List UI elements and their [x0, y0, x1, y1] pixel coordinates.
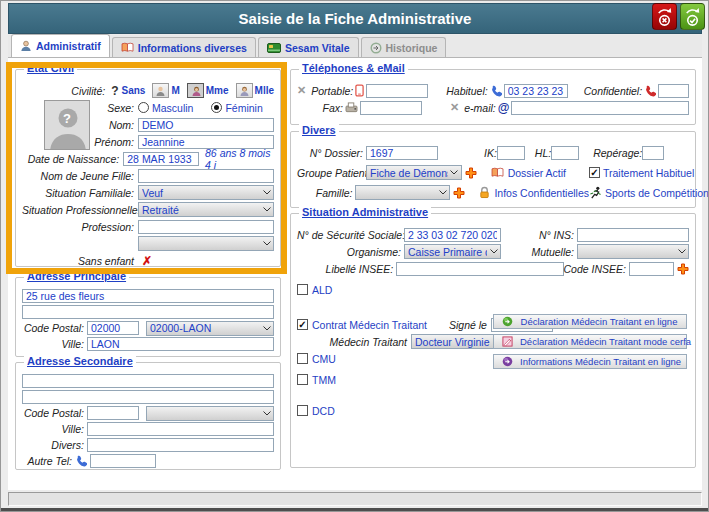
tab-bar: Administratif Informations diverses Sesa…	[8, 35, 702, 58]
adresse-secondaire-heading[interactable]: Adresse Secondaire	[24, 355, 136, 367]
cmu-label[interactable]: CMU	[312, 353, 336, 365]
tab-sesam-vitale[interactable]: Sesam Vitale	[258, 37, 359, 57]
adresse1-ligne1-field[interactable]	[22, 289, 274, 303]
famille-select[interactable]	[355, 185, 450, 200]
groupe-patient-label: Groupe Patient:	[297, 167, 363, 179]
autre-tel-field[interactable]	[90, 454, 156, 468]
mutuelle-select[interactable]	[577, 244, 689, 259]
phone-icon	[490, 85, 502, 97]
declaration-en-ligne-button[interactable]: Déclaration Médecin Traitant en ligne	[493, 314, 687, 329]
dossier-actif-link[interactable]: Dossier Actif	[491, 167, 589, 179]
num-dossier-field[interactable]	[366, 146, 438, 160]
adresse2-ligne2-field[interactable]	[22, 390, 274, 404]
etat-civil-heading[interactable]: Etat Civil	[24, 62, 77, 74]
num-ins-label: N° INS:	[539, 229, 574, 241]
reperage-field[interactable]	[642, 146, 664, 160]
confidentiel-field[interactable]	[658, 84, 689, 98]
clear-icon[interactable]: ✕	[450, 101, 459, 114]
traitement-habituel-toggle[interactable]: Traitement Habituel	[589, 167, 689, 179]
adresse1-code-postal-field[interactable]	[87, 321, 139, 335]
ik-field[interactable]	[497, 146, 525, 160]
hl-field[interactable]	[551, 146, 579, 160]
profession-category-select[interactable]	[138, 236, 274, 251]
book-icon	[121, 42, 134, 53]
code-insee-label: Code INSEE:	[564, 263, 626, 275]
question-icon: ?	[111, 84, 118, 98]
add-icon[interactable]	[453, 187, 465, 199]
add-icon[interactable]	[677, 263, 689, 275]
profession-field[interactable]	[138, 220, 274, 234]
civilite-m-label[interactable]: M	[171, 85, 179, 96]
adresse-principale-heading[interactable]: Adresse Principale	[24, 270, 129, 282]
tab-administratif[interactable]: Administratif	[11, 34, 110, 57]
declaration-cerfa-button[interactable]: Déclaration Médecin Traitant mode cerfa	[493, 334, 687, 349]
situation-administrative-heading[interactable]: Situation Administrative	[299, 206, 431, 218]
titlebar-buttons	[652, 3, 705, 30]
infos-confidentielles-link[interactable]: Infos Confidentielles	[479, 186, 589, 199]
libelle-insee-field[interactable]	[396, 262, 563, 276]
validate-button[interactable]	[680, 3, 705, 30]
civilite-mme-button[interactable]	[187, 83, 204, 98]
tab-historique[interactable]: Historique	[361, 37, 447, 57]
adresse2-code-postal-field[interactable]	[87, 406, 139, 420]
traitement-habituel-checkbox[interactable]	[589, 167, 600, 178]
ald-checkbox[interactable]	[297, 284, 308, 295]
clear-icon[interactable]: ✕	[297, 84, 306, 97]
civilite-mlle-label[interactable]: Mlle	[255, 85, 274, 96]
sans-enfant-label: Sans enfant	[22, 255, 134, 267]
ville-label: Ville:	[22, 338, 84, 350]
adresse2-ligne1-field[interactable]	[22, 374, 274, 388]
sexe-masculin-label[interactable]: Masculin	[152, 102, 193, 114]
civilite-sans-option[interactable]: Sans	[122, 85, 146, 96]
adresse1-cp-ville-select[interactable]: 02000-LAON	[146, 321, 274, 336]
add-icon[interactable]	[465, 167, 477, 179]
validate-icon	[683, 6, 702, 28]
sexe-feminin-label[interactable]: Féminin	[225, 102, 262, 114]
habituel-field[interactable]	[504, 84, 568, 98]
adresse1-ligne2-field[interactable]	[22, 305, 274, 319]
adresse2-divers-field[interactable]	[87, 438, 274, 452]
civilite-mme-label[interactable]: Mme	[206, 85, 229, 96]
divers-heading[interactable]: Divers	[299, 124, 339, 136]
sexe-feminin-radio[interactable]	[211, 102, 222, 113]
tab-informations-diverses[interactable]: Informations diverses	[112, 37, 256, 57]
cancel-button[interactable]	[652, 3, 677, 30]
lock-icon	[479, 186, 490, 199]
civilite-m-button[interactable]	[152, 83, 169, 98]
civilite-mlle-button[interactable]	[236, 83, 253, 98]
portable-label: Portable:	[311, 85, 353, 97]
situation-familiale-select[interactable]: Veuf	[138, 185, 274, 200]
sports-competition-link[interactable]: Sports de Compétition	[589, 186, 689, 199]
situation-professionnelle-select[interactable]: Retraité	[138, 202, 274, 217]
tmm-label[interactable]: TMM	[312, 374, 336, 386]
contrat-medecin-checkbox[interactable]	[297, 319, 308, 330]
groupe-patient-select[interactable]: Fiche de Démonstration	[366, 165, 462, 180]
avatar[interactable]: ?	[44, 100, 90, 150]
contrat-medecin-label[interactable]: Contrat Médecin Traitant	[312, 319, 427, 331]
dcd-checkbox[interactable]	[297, 405, 308, 416]
num-secu-field[interactable]	[404, 228, 501, 242]
adresse2-divers-row: Divers:	[22, 437, 274, 453]
sans-enfant-x-icon[interactable]: ✗	[142, 254, 152, 268]
adresse2-ville-field[interactable]	[87, 422, 274, 436]
email-field[interactable]	[511, 101, 689, 115]
date-naissance-field[interactable]	[123, 152, 199, 166]
code-insee-field[interactable]	[629, 262, 674, 276]
adresse1-ville-field[interactable]	[87, 337, 274, 351]
tmm-checkbox[interactable]	[297, 374, 308, 385]
num-dossier-label: N° Dossier:	[297, 147, 363, 159]
num-ins-field[interactable]	[577, 228, 689, 242]
nom-jeune-fille-field[interactable]	[138, 169, 274, 183]
dcd-label[interactable]: DCD	[312, 405, 335, 417]
ald-label[interactable]: ALD	[312, 284, 332, 296]
mobile-phone-icon	[355, 84, 364, 97]
sexe-masculin-radio[interactable]	[138, 102, 149, 113]
portable-field[interactable]	[366, 84, 428, 98]
organisme-select[interactable]: Caisse Primaire d'Assur	[404, 244, 501, 259]
telephones-heading[interactable]: Téléphones & eMail	[299, 62, 408, 74]
fax-field[interactable]	[360, 101, 422, 115]
adresse2-cp-ville-select[interactable]	[146, 406, 274, 421]
nom-field[interactable]	[138, 118, 274, 132]
cmu-checkbox[interactable]	[297, 353, 308, 364]
informations-en-ligne-button[interactable]: Informations Médecin Traitant en ligne	[493, 354, 687, 369]
